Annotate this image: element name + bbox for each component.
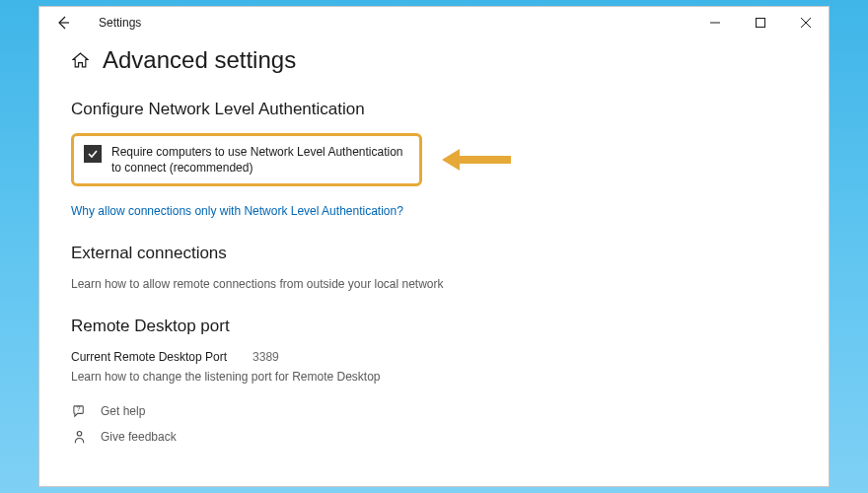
port-label: Current Remote Desktop Port [71, 350, 227, 364]
external-section: External connections Learn how to allow … [71, 244, 797, 291]
minimize-button[interactable] [692, 7, 738, 38]
svg-point-2 [77, 431, 82, 436]
app-title: Settings [99, 16, 141, 30]
get-help-link[interactable]: ? Get help [71, 403, 797, 419]
svg-text:?: ? [76, 405, 80, 412]
checkmark-icon [87, 148, 99, 160]
nla-checkbox-label: Require computers to use Network Level A… [111, 144, 409, 176]
footer-links: ? Get help Give feedback [71, 403, 797, 445]
help-icon: ? [71, 403, 87, 419]
home-icon[interactable] [71, 51, 89, 69]
page-header: Advanced settings [71, 46, 797, 74]
annotation-arrow-icon [442, 145, 511, 175]
window-controls [692, 7, 829, 38]
highlight-annotation: Require computers to use Network Level A… [71, 133, 797, 186]
external-body: Learn how to allow remote connections fr… [71, 277, 797, 291]
give-feedback-label: Give feedback [101, 430, 177, 444]
content-area: Advanced settings Configure Network Leve… [39, 38, 829, 486]
close-icon [801, 18, 811, 28]
give-feedback-link[interactable]: Give feedback [71, 429, 797, 445]
nla-checkbox[interactable] [84, 145, 102, 163]
close-button[interactable] [783, 7, 829, 38]
nla-heading: Configure Network Level Authentication [71, 100, 797, 119]
titlebar: Settings [39, 7, 829, 38]
back-arrow-icon [55, 15, 71, 31]
back-button[interactable] [39, 7, 87, 38]
feedback-icon [71, 429, 87, 445]
port-body: Learn how to change the listening port f… [71, 370, 797, 384]
port-heading: Remote Desktop port [71, 317, 797, 336]
maximize-button[interactable] [738, 7, 783, 38]
port-value: 3389 [253, 350, 279, 364]
port-section: Remote Desktop port Current Remote Deskt… [71, 317, 797, 384]
page-title: Advanced settings [103, 46, 296, 74]
nla-info-link[interactable]: Why allow connections only with Network … [71, 204, 797, 218]
maximize-icon [756, 18, 765, 28]
nla-section: Configure Network Level Authentication R… [71, 100, 797, 218]
svg-rect-0 [757, 19, 765, 28]
external-heading: External connections [71, 244, 797, 263]
port-row: Current Remote Desktop Port 3389 [71, 350, 797, 364]
settings-window: Settings Advanced settings Configure Net… [38, 6, 830, 487]
nla-checkbox-row[interactable]: Require computers to use Network Level A… [71, 133, 422, 186]
get-help-label: Get help [101, 404, 145, 418]
minimize-icon [710, 18, 720, 28]
